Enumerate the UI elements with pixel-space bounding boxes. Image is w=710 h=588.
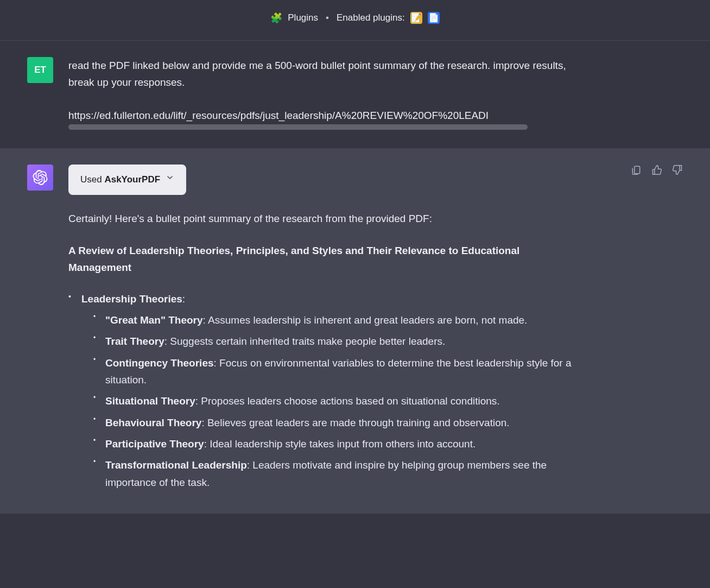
copy-button[interactable] — [631, 165, 642, 175]
plugins-label: Plugins — [288, 11, 318, 25]
theory-name: Behavioural Theory — [105, 417, 201, 428]
theory-name: Transformational Leadership — [105, 459, 247, 471]
summary-list: Leadership Theories: "Great Man" Theory:… — [68, 290, 579, 491]
summary-section: Leadership Theories: "Great Man" Theory:… — [68, 290, 579, 491]
list-item: Participative Theory: Ideal leadership s… — [90, 435, 579, 452]
user-message: ET read the PDF linked below and provide… — [0, 41, 710, 148]
assistant-actions — [631, 165, 683, 175]
puzzle-piece-icon: 🧩 — [270, 13, 282, 23]
user-avatar-initials: ET — [34, 63, 46, 77]
list-item: Contingency Theories: Focus on environme… — [90, 355, 579, 389]
document-title: A Review of Leadership Theories, Princip… — [68, 242, 579, 276]
svg-rect-0 — [635, 166, 640, 173]
theory-name: "Great Man" Theory — [105, 314, 203, 326]
theory-list: "Great Man" Theory: Assumes leadership i… — [81, 312, 579, 491]
list-item: Situational Theory: Proposes leaders cho… — [90, 393, 579, 409]
plugins-header: 🧩 Plugins • Enabled plugins: 📝 📄 — [0, 0, 710, 41]
thumbs-up-button[interactable] — [651, 165, 662, 175]
assistant-intro: Certainly! Here's a bullet point summary… — [68, 210, 579, 227]
assistant-avatar — [27, 165, 53, 191]
theory-desc: : Proposes leaders choose actions based … — [195, 395, 500, 407]
user-avatar: ET — [27, 57, 53, 83]
section-heading-suffix: : — [182, 293, 185, 305]
plugin-chip-name: AskYourPDF — [104, 174, 160, 185]
theory-name: Contingency Theories — [105, 357, 214, 369]
theory-name: Situational Theory — [105, 395, 195, 407]
theory-name: Participative Theory — [105, 438, 204, 450]
list-item: Transformational Leadership: Leaders mot… — [90, 457, 579, 491]
user-message-body: read the PDF linked below and provide me… — [68, 57, 579, 130]
list-item: Behavioural Theory: Believes great leade… — [90, 414, 579, 431]
chevron-down-icon — [166, 173, 174, 186]
thumbs-down-icon — [672, 165, 683, 175]
theory-name: Trait Theory — [105, 336, 164, 347]
assistant-message-body: Used AskYourPDF Certainly! Here's a bull… — [68, 165, 579, 496]
clipboard-icon — [631, 165, 642, 175]
plugin-chip-prefix: Used — [80, 174, 104, 185]
theory-desc: : Believes great leaders are made throug… — [201, 417, 509, 428]
openai-logo-icon — [33, 170, 48, 185]
thumbs-down-button[interactable] — [672, 165, 683, 175]
thumbs-up-icon — [651, 165, 662, 175]
assistant-message: Used AskYourPDF Certainly! Here's a bull… — [0, 148, 710, 514]
enabled-plugin-icon-1[interactable]: 📝 — [410, 12, 422, 24]
list-item: Trait Theory: Suggests certain inherited… — [90, 333, 579, 350]
list-item: "Great Man" Theory: Assumes leadership i… — [90, 312, 579, 328]
theory-desc: : Assumes leadership is inherent and gre… — [203, 314, 528, 326]
plugin-used-chip[interactable]: Used AskYourPDF — [68, 165, 186, 195]
section-heading: Leadership Theories — [81, 293, 182, 305]
theory-desc: : Suggests certain inherited traits make… — [164, 336, 446, 347]
user-url-text: https://ed.fullerton.edu/lift/_resources… — [68, 107, 579, 129]
enabled-plugins-label: Enabled plugins: — [337, 11, 405, 25]
enabled-plugin-icon-2[interactable]: 📄 — [428, 12, 440, 24]
user-prompt-text: read the PDF linked below and provide me… — [68, 57, 579, 91]
separator-dot: • — [326, 11, 329, 25]
theory-desc: : Ideal leadership style takes input fro… — [204, 438, 476, 450]
